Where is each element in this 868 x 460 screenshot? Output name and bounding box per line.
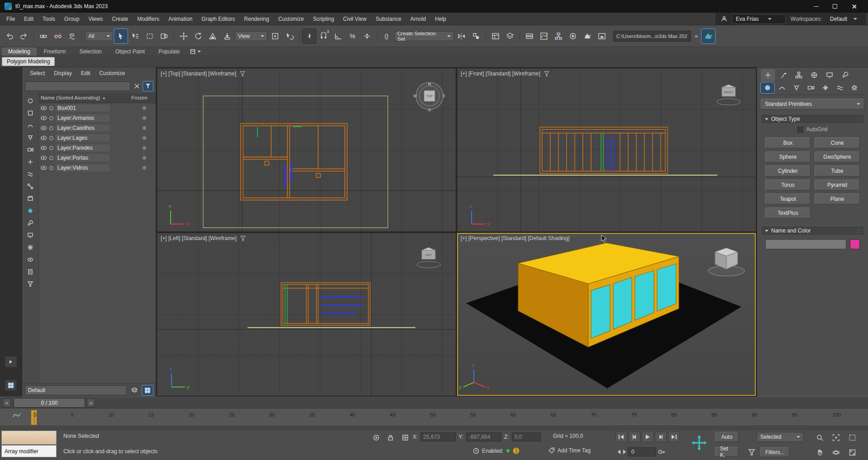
filter-all-icon[interactable] [24, 95, 36, 106]
primitive-button[interactable]: Teapot [765, 194, 811, 204]
selection-filter-dropdown[interactable]: All [85, 31, 113, 41]
frozen-toggle-icon[interactable] [142, 155, 147, 161]
explorer-column-header[interactable]: Name (Sorted Ascending) ▲ Frozen [39, 93, 156, 103]
render-production-button[interactable] [701, 29, 715, 43]
go-to-end-button[interactable] [668, 432, 680, 442]
perspective-viewport[interactable]: [+] [Perspective] [Standard] [Default Sh… [457, 233, 756, 396]
filter-containers-icon[interactable] [24, 193, 36, 204]
isolate-selection-button[interactable] [370, 432, 382, 443]
filter-materials-icon[interactable] [24, 205, 36, 216]
window-crossing-button[interactable] [157, 29, 171, 43]
primitives-category-dropdown[interactable]: Standard Primitives [761, 99, 864, 109]
track-bar[interactable]: 0510152025303540455055606570758085909510… [0, 408, 868, 430]
add-time-tag-label[interactable]: Add Time Tag [558, 447, 591, 454]
frozen-toggle-icon[interactable] [142, 145, 147, 151]
schematic-view-button[interactable] [552, 29, 565, 43]
key-filters-icon[interactable] [746, 447, 758, 458]
named-selection-set-dropdown[interactable]: Create Selection Set [394, 31, 454, 41]
ribbon-tab[interactable]: Modeling [2, 47, 37, 56]
toolbar-overflow-button[interactable]: » [692, 33, 701, 39]
menu-item[interactable]: Customize [274, 13, 309, 25]
viewport-layout-expand-button[interactable] [5, 356, 17, 368]
percent-snap-button[interactable]: % [346, 29, 359, 43]
filter-geometry-icon[interactable] [24, 108, 36, 119]
viewport-layout-tabs-button[interactable] [5, 379, 17, 391]
menu-item[interactable]: Civil View [339, 13, 371, 25]
maxscript-mini-listener-macro[interactable] [1, 431, 57, 445]
menu-item[interactable]: Graph Editors [197, 13, 239, 25]
menu-item[interactable]: Views [84, 13, 107, 25]
toggle-ribbon-button[interactable] [523, 29, 536, 43]
menu-item[interactable]: Create [107, 13, 133, 25]
helpers-category-icon[interactable] [819, 82, 832, 93]
next-frame-button[interactable] [655, 432, 667, 442]
ribbon-config-icon[interactable] [190, 49, 196, 54]
object-name-input[interactable] [765, 239, 846, 249]
redo-button[interactable] [17, 29, 31, 43]
menu-item[interactable]: Scripting [308, 13, 339, 25]
scene-explorer-menu[interactable]: Display [50, 69, 76, 77]
filter-bones-icon[interactable] [24, 181, 36, 192]
primitive-button[interactable]: Cone [815, 138, 860, 148]
systems-category-icon[interactable] [848, 82, 861, 93]
autogrid-checkbox[interactable] [797, 127, 803, 133]
scene-explorer-row[interactable]: Layer:Portas [39, 153, 156, 163]
primitive-button[interactable]: Pyramid [815, 180, 860, 190]
viewcube-mini[interactable]: FRONT [717, 85, 740, 105]
viewport-filter-icon[interactable] [544, 71, 549, 76]
explorer-mode-button[interactable] [142, 385, 153, 395]
selection-region-button[interactable] [143, 29, 157, 43]
primitive-button[interactable]: Torus [765, 180, 811, 190]
filter-spacewarps-icon[interactable] [24, 169, 36, 180]
left-viewport[interactable]: [+] [Left] [Standard] [Wireframe] [157, 233, 456, 396]
left-viewport-label[interactable]: [+] [Left] [Standard] [Wireframe] [161, 235, 246, 242]
time-slider[interactable]: < 0 / 100 > [0, 397, 868, 408]
minimize-button[interactable] [806, 0, 825, 13]
cameras-category-icon[interactable] [804, 82, 818, 93]
rendered-frame-window-button[interactable] [595, 29, 609, 43]
reference-coordsys-dropdown[interactable]: View [235, 31, 267, 41]
active-layer-field[interactable]: Default [25, 385, 127, 395]
elevation-green-lines[interactable] [601, 133, 603, 171]
z-coordinate-field[interactable]: 0,0 [512, 432, 541, 441]
visibility-eye-icon[interactable] [40, 105, 47, 111]
bind-to-spacewarp-button[interactable] [66, 29, 79, 43]
filter-cameras-icon[interactable] [24, 144, 36, 155]
curve-editor-button[interactable] [537, 29, 551, 43]
object-type-rollout-header[interactable]: Object Type :: [761, 114, 864, 124]
viewcube-mini[interactable]: LEFT [417, 247, 440, 268]
selected-key-filter-dropdown[interactable]: Selected [757, 432, 804, 442]
ribbon-tab[interactable]: Freeform [38, 47, 72, 56]
motion-tab[interactable] [807, 69, 821, 81]
snaps-toggle-button[interactable]: 3 [317, 29, 330, 43]
scene-explorer-row[interactable]: Layer:Armarios [39, 113, 156, 123]
zoom-region-icon[interactable] [846, 432, 858, 443]
top-viewport-label[interactable]: [+] [Top] [Standard] [Wireframe] [161, 71, 245, 77]
menu-item[interactable]: Arnold [406, 13, 431, 25]
menu-item[interactable]: Edit [19, 13, 38, 25]
elevation-blue-lines[interactable] [321, 296, 362, 314]
spacewarps-category-icon[interactable] [833, 82, 847, 93]
explorer-frozen-icon[interactable] [24, 242, 36, 253]
scene-explorer-menu[interactable]: Select [26, 69, 49, 77]
lights-category-icon[interactable] [790, 82, 803, 93]
pan-hand-icon[interactable] [814, 447, 825, 458]
use-center-button[interactable] [268, 29, 282, 43]
front-viewport-canvas[interactable]: FRONT z x [457, 68, 756, 232]
front-viewport[interactable]: [+] [Front] [Standard] [Wireframe] [457, 68, 756, 232]
filter-helpers-icon[interactable] [24, 156, 36, 167]
zoom-extents-icon[interactable] [830, 432, 842, 443]
ribbon-tab[interactable]: Populate [152, 47, 186, 56]
select-object-button[interactable] [114, 29, 128, 43]
explorer-display-icon[interactable] [24, 230, 36, 241]
filter-shapes-icon[interactable] [24, 120, 36, 131]
keyboard-shortcut-override-button[interactable] [302, 29, 316, 43]
undo-button[interactable] [3, 29, 16, 43]
menu-item[interactable]: File [2, 13, 19, 25]
primitive-button[interactable]: TextPlus [765, 208, 811, 218]
previous-frame-slider-button[interactable]: < [3, 398, 11, 407]
align-button[interactable] [469, 29, 483, 43]
zoom-icon[interactable] [814, 432, 825, 443]
mirror-button[interactable] [455, 29, 468, 43]
display-tab[interactable] [822, 69, 837, 81]
